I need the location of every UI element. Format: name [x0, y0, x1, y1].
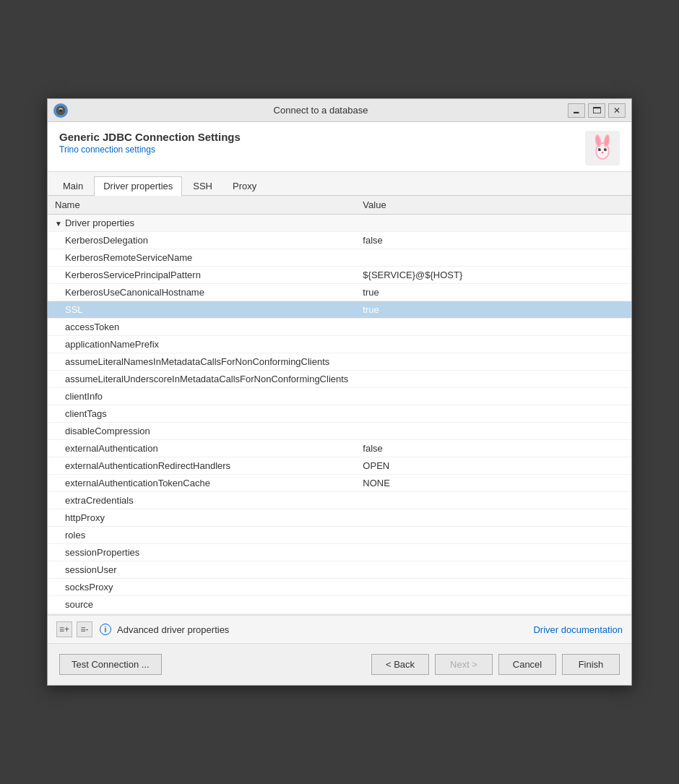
- property-name: applicationNamePrefix: [48, 336, 355, 353]
- dialog-subtitle[interactable]: Trino connection settings: [59, 145, 241, 155]
- property-value: [355, 249, 631, 267]
- property-name: source: [48, 596, 355, 613]
- property-value: [355, 509, 631, 527]
- table-row[interactable]: extraCredentials: [48, 492, 631, 509]
- table-row[interactable]: assumeLiteralUnderscoreInMetadataCallsFo…: [48, 371, 631, 388]
- advanced-driver-label: Advanced driver properties: [117, 624, 229, 635]
- property-value: [355, 336, 631, 353]
- navigation-buttons: < Back Next > Cancel Finish: [371, 654, 620, 675]
- table-row[interactable]: externalAuthenticationRedirectHandlersOP…: [48, 457, 631, 475]
- title-bar: Connect to a database 🗕 🗖 ✕: [48, 99, 631, 122]
- table-row[interactable]: KerberosDelegationfalse: [48, 232, 631, 249]
- property-value: [355, 579, 631, 596]
- property-name: clientInfo: [48, 388, 355, 405]
- tab-main[interactable]: Main: [53, 176, 92, 195]
- property-value: [355, 353, 631, 371]
- cancel-button[interactable]: Cancel: [498, 654, 556, 675]
- remove-property-button[interactable]: ≡-: [77, 621, 92, 637]
- table-row[interactable]: externalAuthenticationTokenCacheNONE: [48, 475, 631, 492]
- minimize-button[interactable]: 🗕: [568, 103, 585, 118]
- section-toggle[interactable]: ▼: [55, 220, 62, 228]
- table-row[interactable]: KerberosServicePrincipalPattern${SERVICE…: [48, 267, 631, 284]
- property-name: disableCompression: [48, 423, 355, 440]
- property-name: sessionUser: [48, 561, 355, 579]
- back-button[interactable]: < Back: [371, 654, 429, 675]
- table-row[interactable]: externalAuthenticationfalse: [48, 440, 631, 457]
- properties-table: Name Value ▼Driver propertiesKerberosDel…: [48, 196, 631, 615]
- property-name: KerberosUseCanonicalHostname: [48, 284, 355, 301]
- table-row[interactable]: SSLtrue: [48, 301, 631, 319]
- property-value: [355, 405, 631, 423]
- next-button[interactable]: Next >: [435, 654, 493, 675]
- property-name: externalAuthenticationTokenCache: [48, 475, 355, 492]
- svg-point-1: [59, 109, 62, 112]
- property-name: externalAuthenticationRedirectHandlers: [48, 457, 355, 475]
- property-value: [355, 371, 631, 388]
- table-row[interactable]: source: [48, 596, 631, 613]
- tabs-bar: Main Driver properties SSH Proxy: [48, 172, 631, 196]
- tab-driver-properties[interactable]: Driver properties: [94, 176, 182, 196]
- close-button[interactable]: ✕: [608, 103, 626, 118]
- app-icon: [53, 103, 68, 118]
- header-text: Generic JDBC Connection Settings Trino c…: [59, 131, 241, 155]
- table-row[interactable]: accessToken: [48, 319, 631, 336]
- property-name: externalAuthentication: [48, 440, 355, 457]
- svg-point-13: [602, 152, 604, 153]
- property-name: accessToken: [48, 319, 355, 336]
- column-value-header: Value: [355, 196, 631, 215]
- add-property-button[interactable]: ≡+: [56, 621, 72, 637]
- dialog-header: Generic JDBC Connection Settings Trino c…: [48, 122, 631, 172]
- table-row[interactable]: sessionProperties: [48, 544, 631, 561]
- property-name: KerberosRemoteServiceName: [48, 249, 355, 267]
- property-value: [355, 544, 631, 561]
- window-title: Connect to a database: [74, 105, 568, 116]
- table-row[interactable]: KerberosUseCanonicalHostnametrue: [48, 284, 631, 301]
- table-row[interactable]: roles: [48, 527, 631, 544]
- property-name: extraCredentials: [48, 492, 355, 509]
- property-value: [355, 423, 631, 440]
- property-name: KerberosDelegation: [48, 232, 355, 249]
- property-value: true: [355, 301, 631, 319]
- svg-point-11: [600, 148, 600, 149]
- tab-proxy[interactable]: Proxy: [223, 176, 266, 195]
- property-value: [355, 319, 631, 336]
- property-value: false: [355, 440, 631, 457]
- test-connection-button[interactable]: Test Connection ...: [59, 654, 162, 675]
- table-row[interactable]: socksProxy: [48, 579, 631, 596]
- add-icon: ≡+: [59, 624, 69, 634]
- property-value: true: [355, 284, 631, 301]
- app-logo: [585, 131, 620, 165]
- table-row[interactable]: clientInfo: [48, 388, 631, 405]
- property-name: clientTags: [48, 405, 355, 423]
- driver-documentation-link[interactable]: Driver documentation: [533, 624, 623, 635]
- property-name: SSL: [48, 301, 355, 319]
- main-window: Connect to a database 🗕 🗖 ✕ Generic JDBC…: [47, 98, 632, 686]
- property-name: roles: [48, 527, 355, 544]
- table-header-row: Name Value: [48, 196, 631, 215]
- table-row[interactable]: httpProxy: [48, 509, 631, 527]
- property-name: sessionProperties: [48, 544, 355, 561]
- table-row[interactable]: KerberosRemoteServiceName: [48, 249, 631, 267]
- property-name: KerberosServicePrincipalPattern: [48, 267, 355, 284]
- property-value: [355, 492, 631, 509]
- dialog-title: Generic JDBC Connection Settings: [59, 131, 241, 143]
- window-controls: 🗕 🗖 ✕: [568, 103, 626, 118]
- table-row[interactable]: clientTags: [48, 405, 631, 423]
- table-row[interactable]: assumeLiteralNamesInMetadataCallsForNonC…: [48, 353, 631, 371]
- footer-bar: ≡+ ≡- i Advanced driver properties Drive…: [48, 615, 631, 643]
- tab-ssh[interactable]: SSH: [183, 176, 222, 195]
- property-value: OPEN: [355, 457, 631, 475]
- svg-point-12: [605, 148, 606, 149]
- table-row[interactable]: disableCompression: [48, 423, 631, 440]
- remove-icon: ≡-: [81, 624, 89, 634]
- property-value: ${SERVICE}@${HOST}: [355, 267, 631, 284]
- property-value: [355, 388, 631, 405]
- table-row[interactable]: ▼Driver properties: [48, 215, 631, 232]
- finish-button[interactable]: Finish: [562, 654, 620, 675]
- table-row[interactable]: applicationNamePrefix: [48, 336, 631, 353]
- column-name-header: Name: [48, 196, 355, 215]
- bottom-bar: Test Connection ... < Back Next > Cancel…: [48, 643, 631, 685]
- property-name: assumeLiteralNamesInMetadataCallsForNonC…: [48, 353, 355, 371]
- table-row[interactable]: sessionUser: [48, 561, 631, 579]
- maximize-button[interactable]: 🗖: [588, 103, 605, 118]
